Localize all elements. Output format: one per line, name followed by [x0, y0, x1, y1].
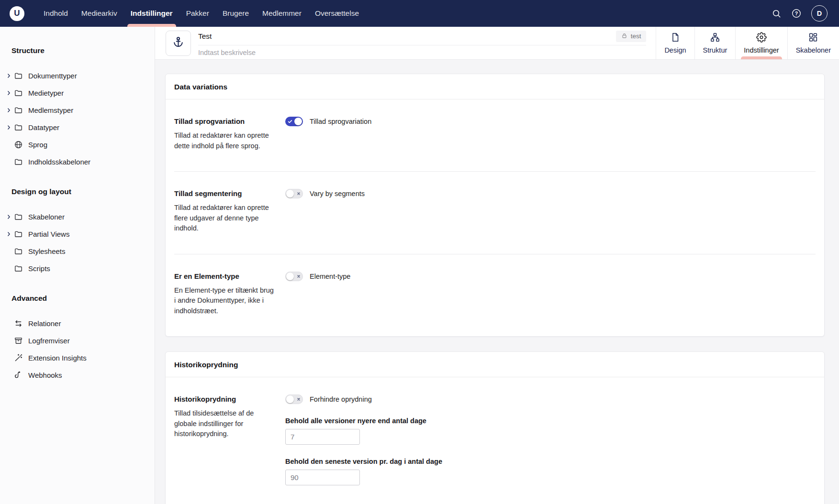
- toggle-knob: [286, 273, 294, 280]
- toggle-prevent-cleanup[interactable]: [285, 394, 303, 404]
- swap-arrows-icon: [14, 319, 23, 328]
- nav-item-brugere[interactable]: Brugere: [216, 0, 256, 27]
- sidebar-item-skabeloner[interactable]: Skabeloner: [0, 208, 155, 225]
- user-avatar[interactable]: D: [811, 5, 828, 22]
- settings-content: Data variations Tillad sprogvariation Ti…: [155, 60, 839, 504]
- nav-item-pakker[interactable]: Pakker: [179, 0, 216, 27]
- property-label: Tillad sprogvariation: [174, 117, 285, 126]
- folder-icon: [14, 264, 23, 273]
- tab-indstillinger[interactable]: Indstillinger: [735, 27, 787, 59]
- umbraco-logo[interactable]: U: [10, 6, 24, 21]
- alias-text: test: [631, 33, 641, 40]
- property-description: Tillad at redaktører kan oprette dette i…: [174, 131, 276, 151]
- toggle-knob: [294, 118, 302, 125]
- sidebar-item-scripts[interactable]: Scripts: [0, 260, 155, 277]
- chevron-right-icon[interactable]: [4, 90, 13, 96]
- lock-icon: [621, 33, 627, 40]
- toggle-segmentering[interactable]: [285, 189, 303, 198]
- top-navigation: Indhold Mediearkiv Indstillinger Pakker …: [37, 0, 366, 27]
- sidebar-item-label: Indholdsskabeloner: [28, 158, 90, 166]
- tab-design[interactable]: Design: [656, 27, 694, 59]
- chevron-right-icon[interactable]: [4, 108, 13, 113]
- sidebar-item-label: Dokumenttyper: [28, 72, 77, 80]
- nav-item-medlemmer[interactable]: Medlemmer: [256, 0, 308, 27]
- name-row: test: [198, 30, 646, 45]
- sidebar-section-design-og-layout: Design og layout Skabeloner Partial View…: [0, 187, 155, 277]
- toggle-element-type[interactable]: [285, 272, 303, 281]
- help-icon[interactable]: ?: [791, 8, 802, 19]
- sidebar-item-logfremviser[interactable]: Logfremviser: [0, 332, 155, 349]
- property-label: Historikoprydning: [174, 394, 285, 404]
- sidebar-item-webhooks[interactable]: Webhooks: [0, 366, 155, 383]
- property-description: Tillad at redaktører kan oprette flere u…: [174, 203, 276, 234]
- tab-label: Struktur: [703, 46, 727, 54]
- document-icon: [670, 32, 681, 44]
- workspace-tabs: Design Struktur Indstillinger Skabeloner: [656, 27, 839, 59]
- sidebar-section-title: Structure: [11, 46, 155, 55]
- hook-icon: [14, 371, 23, 380]
- settings-sidebar: Structure Dokumenttyper Medietyper: [0, 27, 155, 504]
- toggle-label: Forhindre oprydning: [310, 395, 372, 403]
- property-editor-col: Tillad sprogvariation: [285, 117, 816, 151]
- nav-item-oversaettelse[interactable]: Oversættelse: [308, 0, 366, 27]
- chevron-right-icon[interactable]: [4, 73, 13, 78]
- sidebar-item-indholdsskabeloner[interactable]: Indholdsskabeloner: [0, 153, 155, 170]
- top-bar-actions: ? D: [772, 5, 828, 22]
- chevron-right-icon[interactable]: [4, 214, 13, 219]
- folder-icon: [14, 123, 23, 132]
- keep-latest-version-days-input[interactable]: [285, 470, 360, 485]
- folder-icon: [14, 157, 23, 166]
- tab-struktur[interactable]: Struktur: [694, 27, 736, 59]
- history-cleanup-card: Historikoprydning Historikoprydning Till…: [165, 351, 825, 504]
- chevron-spacer: [4, 266, 13, 271]
- document-type-icon-picker[interactable]: [166, 31, 191, 56]
- sidebar-item-sprog[interactable]: Sprog: [0, 136, 155, 153]
- search-icon[interactable]: [772, 9, 782, 19]
- chevron-spacer: [4, 321, 13, 326]
- nav-item-indstillinger[interactable]: Indstillinger: [124, 0, 179, 27]
- toggle-label: Element-type: [310, 273, 350, 280]
- archive-box-icon: [14, 336, 23, 345]
- sidebar-section-title: Advanced: [11, 294, 155, 303]
- x-icon: [297, 274, 301, 278]
- name-input[interactable]: [198, 32, 616, 41]
- toggle-label: Vary by segments: [310, 190, 365, 197]
- sidebar-item-label: Extension Insights: [28, 354, 87, 362]
- chevron-spacer: [4, 249, 13, 254]
- gear-icon: [756, 32, 767, 44]
- sidebar-item-relationer[interactable]: Relationer: [0, 315, 155, 332]
- chevron-right-icon[interactable]: [4, 231, 13, 237]
- toggle-knob: [286, 395, 294, 403]
- chevron-spacer: [4, 159, 13, 164]
- nav-item-mediearkiv[interactable]: Mediearkiv: [75, 0, 124, 27]
- chevron-right-icon[interactable]: [4, 125, 13, 130]
- sidebar-item-medlemstyper[interactable]: Medlemstyper: [0, 101, 155, 119]
- property-label-col: Tillad segmentering Tillad at redaktører…: [174, 189, 285, 234]
- x-icon: [297, 397, 301, 401]
- sidebar-item-label: Scripts: [28, 264, 50, 273]
- chevron-spacer: [4, 338, 13, 343]
- alias-chip[interactable]: test: [616, 31, 647, 42]
- keep-all-versions-days-input[interactable]: [285, 429, 360, 445]
- globe-icon: [14, 140, 23, 149]
- top-bar: U Indhold Mediearkiv Indstillinger Pakke…: [0, 0, 839, 27]
- tab-skabeloner[interactable]: Skabeloner: [787, 27, 839, 59]
- property-editor-col: Forhindre oprydning Behold alle versione…: [285, 394, 816, 485]
- sidebar-item-stylesheets[interactable]: Stylesheets: [0, 242, 155, 260]
- card-body: Tillad sprogvariation Tillad at redaktør…: [166, 99, 824, 336]
- anchor-icon: [172, 36, 185, 51]
- sidebar-item-dokumenttyper[interactable]: Dokumenttyper: [0, 67, 155, 84]
- sidebar-item-medietyper[interactable]: Medietyper: [0, 84, 155, 101]
- magic-wand-icon: [14, 353, 23, 362]
- sidebar-item-partial-views[interactable]: Partial Views: [0, 225, 155, 242]
- sidebar-item-datatyper[interactable]: Datatyper: [0, 119, 155, 136]
- toggle-sprogvariation[interactable]: [285, 117, 303, 126]
- toggle-label: Tillad sprogvariation: [310, 118, 371, 125]
- sidebar-item-extension-insights[interactable]: Extension Insights: [0, 349, 155, 366]
- workspace-header: test Design Struktur Indstillinger: [155, 27, 839, 60]
- nav-item-indhold[interactable]: Indhold: [37, 0, 75, 27]
- sidebar-item-label: Sprog: [28, 141, 47, 149]
- description-input[interactable]: [198, 45, 646, 57]
- sidebar-section-title: Design og layout: [11, 187, 155, 196]
- tab-label: Skabeloner: [796, 46, 831, 54]
